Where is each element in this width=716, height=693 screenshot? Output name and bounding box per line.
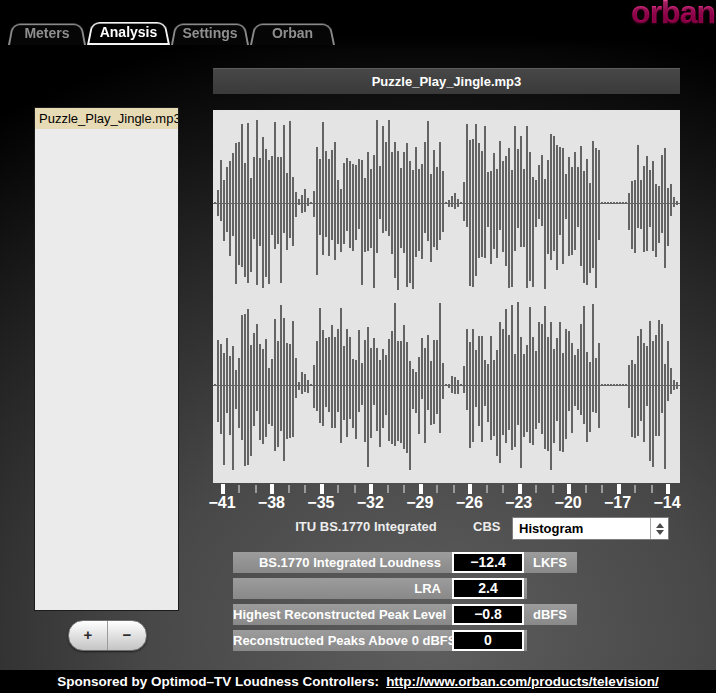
tick-mark [502, 485, 504, 493]
tick-mark [304, 485, 306, 493]
measurement-row: Highest Reconstructed Peak Level −0.8 dB… [233, 604, 577, 625]
list-add-remove-control: + − [68, 620, 147, 651]
tick-mark [403, 485, 405, 493]
tick-mark [255, 485, 257, 493]
tick-mark [320, 484, 324, 494]
tick-label: −38 [246, 494, 296, 512]
footer-text: Sponsored by Optimod–TV Loudness Control… [57, 674, 379, 689]
add-file-button[interactable]: + [69, 621, 108, 650]
footer-bar: Sponsored by Optimod–TV Loudness Control… [0, 670, 716, 693]
tab-label: Meters [8, 21, 86, 45]
measurement-value: 2.4 [452, 578, 524, 599]
arrow-down-icon [656, 530, 664, 535]
orban-logo: orban [631, 0, 715, 31]
measurement-label: LRA [233, 578, 447, 599]
tick-mark [387, 485, 389, 493]
tab-label: Analysis [87, 19, 170, 45]
tick-mark [436, 485, 438, 493]
waveform-panel [213, 110, 680, 483]
measurement-unit: dBFS [533, 604, 567, 625]
tick-mark [617, 484, 621, 494]
caption-row: ITU BS.1770 Integrated CBS Histogram [213, 515, 680, 543]
tick-label: −17 [593, 494, 643, 512]
tab-label: Orban [250, 21, 335, 45]
tick-mark [552, 485, 554, 493]
tick-mark [354, 485, 356, 493]
measurement-unit: LKFS [533, 552, 567, 573]
measurement-row: BS.1770 Integrated Loudness −12.4 LKFS [233, 552, 577, 573]
tick-mark [518, 484, 522, 494]
tick-mark [453, 485, 455, 493]
select-stepper-icon [650, 518, 668, 539]
tick-mark [238, 485, 240, 493]
file-title-bar: Puzzle_Play_Jingle.mp3 [213, 68, 680, 94]
measurements-table: BS.1770 Integrated Loudness −12.4 LKFS L… [233, 552, 577, 656]
tick-mark [337, 485, 339, 493]
tick-mark [486, 485, 488, 493]
cbs-label: CBS [473, 519, 500, 534]
measurement-label: Highest Reconstructed Peak Level [233, 604, 447, 625]
tab-meters[interactable]: Meters [8, 21, 86, 45]
tick-mark [535, 485, 537, 493]
tick-label: −29 [395, 494, 445, 512]
measurement-label: Reconstructed Peaks Above 0 dBFS [233, 630, 447, 651]
tick-mark [221, 484, 225, 494]
tick-mark [666, 484, 670, 494]
footer-link[interactable]: http://www.orban.com/products/television… [386, 674, 659, 689]
measurement-row: Reconstructed Peaks Above 0 dBFS 0 [233, 630, 527, 651]
tab-label: Settings [171, 21, 249, 45]
tick-mark [288, 485, 290, 493]
scale-labels: −41−38−35−32−29−26−23−20−17−14 [213, 494, 680, 512]
measurement-value: −12.4 [452, 552, 524, 573]
tick-label: −41 [197, 494, 247, 512]
measurement-row: LRA 2.4 [233, 578, 527, 599]
tab-orban[interactable]: Orban [250, 21, 335, 45]
tick-mark [270, 484, 274, 494]
measurement-label: BS.1770 Integrated Loudness [233, 552, 447, 573]
tick-mark [634, 485, 636, 493]
tick-mark [567, 484, 571, 494]
measurement-value: 0 [452, 630, 524, 651]
tick-mark [468, 484, 472, 494]
arrow-up-icon [656, 523, 664, 528]
tab-settings[interactable]: Settings [171, 21, 249, 45]
tab-analysis[interactable]: Analysis [87, 19, 170, 45]
view-select-value: Histogram [513, 518, 650, 539]
scale-caption: ITU BS.1770 Integrated [256, 519, 476, 534]
tick-mark [651, 485, 653, 493]
remove-file-button[interactable]: − [108, 621, 146, 650]
tick-mark [369, 484, 373, 494]
measurement-value: −0.8 [452, 604, 524, 625]
tick-label: −26 [444, 494, 494, 512]
tick-label: −23 [494, 494, 544, 512]
view-select[interactable]: Histogram [512, 517, 669, 540]
tick-mark [419, 484, 423, 494]
file-list[interactable]: Puzzle_Play_Jingle.mp3 [35, 108, 178, 610]
tick-label: −14 [642, 494, 692, 512]
tick-label: −35 [296, 494, 346, 512]
tick-mark [585, 485, 587, 493]
tick-label: −32 [345, 494, 395, 512]
tick-label: −20 [543, 494, 593, 512]
list-item[interactable]: Puzzle_Play_Jingle.mp3 [35, 108, 178, 129]
waveform-canvas [213, 110, 680, 483]
tick-mark [601, 485, 603, 493]
